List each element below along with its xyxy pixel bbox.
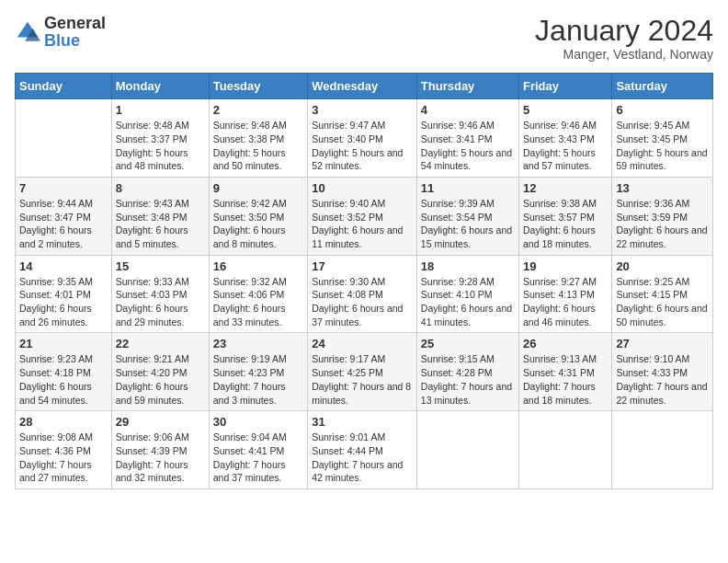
day-number: 26	[523, 337, 608, 350]
day-cell: 14Sunrise: 9:35 AMSunset: 4:01 PMDayligh…	[16, 255, 112, 333]
logo: General Blue	[15, 15, 106, 50]
day-info: Sunrise: 9:17 AMSunset: 4:25 PMDaylight:…	[312, 352, 413, 407]
day-number: 29	[116, 415, 205, 429]
week-row-3: 14Sunrise: 9:35 AMSunset: 4:01 PMDayligh…	[16, 255, 713, 333]
day-number: 18	[421, 259, 515, 273]
day-cell: 26Sunrise: 9:13 AMSunset: 4:31 PMDayligh…	[519, 333, 612, 411]
day-info: Sunrise: 9:32 AMSunset: 4:06 PMDaylight:…	[213, 275, 303, 329]
day-info: Sunrise: 9:21 AMSunset: 4:20 PMDaylight:…	[116, 352, 205, 407]
day-number: 1	[116, 103, 205, 117]
day-info: Sunrise: 9:43 AMSunset: 3:48 PMDaylight:…	[116, 197, 205, 251]
day-cell: 18Sunrise: 9:28 AMSunset: 4:10 PMDayligh…	[416, 255, 518, 333]
logo-blue: Blue	[44, 32, 106, 50]
day-cell: 7Sunrise: 9:44 AMSunset: 3:47 PMDaylight…	[16, 177, 112, 255]
header: General Blue January 2024 Manger, Vestla…	[15, 15, 713, 62]
day-cell: 30Sunrise: 9:04 AMSunset: 4:41 PMDayligh…	[209, 411, 307, 489]
day-number: 30	[213, 415, 303, 429]
day-cell: 28Sunrise: 9:08 AMSunset: 4:36 PMDayligh…	[16, 411, 112, 489]
day-cell	[612, 411, 713, 489]
day-info: Sunrise: 9:01 AMSunset: 4:44 PMDaylight:…	[312, 431, 413, 485]
day-cell: 29Sunrise: 9:06 AMSunset: 4:39 PMDayligh…	[111, 411, 209, 489]
day-cell: 22Sunrise: 9:21 AMSunset: 4:20 PMDayligh…	[111, 333, 209, 411]
day-number: 7	[19, 181, 108, 195]
day-number: 25	[421, 337, 515, 350]
day-number: 19	[523, 259, 608, 273]
day-cell: 27Sunrise: 9:10 AMSunset: 4:33 PMDayligh…	[612, 333, 713, 411]
day-info: Sunrise: 9:35 AMSunset: 4:01 PMDaylight:…	[19, 275, 108, 329]
header-cell-saturday: Saturday	[612, 74, 713, 99]
day-info: Sunrise: 9:48 AMSunset: 3:38 PMDaylight:…	[213, 119, 303, 173]
day-cell: 19Sunrise: 9:27 AMSunset: 4:13 PMDayligh…	[519, 255, 612, 333]
day-info: Sunrise: 9:40 AMSunset: 3:52 PMDaylight:…	[312, 197, 413, 251]
day-info: Sunrise: 9:39 AMSunset: 3:54 PMDaylight:…	[421, 197, 515, 251]
day-info: Sunrise: 9:46 AMSunset: 3:41 PMDaylight:…	[421, 119, 515, 173]
day-cell	[16, 99, 112, 178]
calendar-subtitle: Manger, Vestland, Norway	[535, 47, 713, 62]
day-info: Sunrise: 9:19 AMSunset: 4:23 PMDaylight:…	[213, 352, 303, 407]
week-row-4: 21Sunrise: 9:23 AMSunset: 4:18 PMDayligh…	[16, 333, 713, 411]
title-section: January 2024 Manger, Vestland, Norway	[535, 15, 713, 62]
day-cell: 11Sunrise: 9:39 AMSunset: 3:54 PMDayligh…	[416, 177, 518, 255]
day-cell: 24Sunrise: 9:17 AMSunset: 4:25 PMDayligh…	[308, 333, 417, 411]
week-row-2: 7Sunrise: 9:44 AMSunset: 3:47 PMDaylight…	[16, 177, 713, 255]
day-cell: 9Sunrise: 9:42 AMSunset: 3:50 PMDaylight…	[209, 177, 307, 255]
header-cell-wednesday: Wednesday	[308, 74, 417, 99]
day-number: 3	[312, 103, 413, 117]
day-number: 27	[616, 337, 709, 350]
day-number: 17	[312, 259, 413, 273]
day-info: Sunrise: 9:47 AMSunset: 3:40 PMDaylight:…	[312, 119, 413, 173]
day-cell: 16Sunrise: 9:32 AMSunset: 4:06 PMDayligh…	[209, 255, 307, 333]
day-cell: 13Sunrise: 9:36 AMSunset: 3:59 PMDayligh…	[612, 177, 713, 255]
day-cell	[416, 411, 518, 489]
day-number: 22	[116, 337, 205, 350]
header-cell-friday: Friday	[519, 74, 612, 99]
calendar-table: SundayMondayTuesdayWednesdayThursdayFrid…	[15, 73, 713, 489]
day-number: 28	[19, 415, 108, 429]
week-row-5: 28Sunrise: 9:08 AMSunset: 4:36 PMDayligh…	[16, 411, 713, 489]
day-cell	[519, 411, 612, 489]
day-info: Sunrise: 9:04 AMSunset: 4:41 PMDaylight:…	[213, 431, 303, 485]
day-info: Sunrise: 9:48 AMSunset: 3:37 PMDaylight:…	[116, 119, 205, 173]
day-info: Sunrise: 9:08 AMSunset: 4:36 PMDaylight:…	[19, 431, 108, 485]
day-number: 12	[523, 181, 608, 195]
day-info: Sunrise: 9:27 AMSunset: 4:13 PMDaylight:…	[523, 275, 608, 329]
day-info: Sunrise: 9:33 AMSunset: 4:03 PMDaylight:…	[116, 275, 205, 329]
day-number: 24	[312, 337, 413, 350]
day-info: Sunrise: 9:45 AMSunset: 3:45 PMDaylight:…	[616, 119, 709, 173]
header-cell-monday: Monday	[111, 74, 209, 99]
day-number: 10	[312, 181, 413, 195]
day-info: Sunrise: 9:25 AMSunset: 4:15 PMDaylight:…	[616, 275, 709, 329]
header-cell-tuesday: Tuesday	[209, 74, 307, 99]
day-info: Sunrise: 9:38 AMSunset: 3:57 PMDaylight:…	[523, 197, 608, 251]
day-cell: 6Sunrise: 9:45 AMSunset: 3:45 PMDaylight…	[612, 99, 713, 178]
day-number: 11	[421, 181, 515, 195]
day-cell: 25Sunrise: 9:15 AMSunset: 4:28 PMDayligh…	[416, 333, 518, 411]
day-number: 6	[616, 103, 709, 117]
day-number: 14	[19, 259, 108, 273]
day-cell: 1Sunrise: 9:48 AMSunset: 3:37 PMDaylight…	[111, 99, 209, 178]
day-cell: 5Sunrise: 9:46 AMSunset: 3:43 PMDaylight…	[519, 99, 612, 178]
day-cell: 12Sunrise: 9:38 AMSunset: 3:57 PMDayligh…	[519, 177, 612, 255]
day-cell: 17Sunrise: 9:30 AMSunset: 4:08 PMDayligh…	[308, 255, 417, 333]
day-number: 21	[19, 337, 108, 350]
day-number: 31	[312, 415, 413, 429]
day-info: Sunrise: 9:15 AMSunset: 4:28 PMDaylight:…	[421, 352, 515, 407]
day-cell: 20Sunrise: 9:25 AMSunset: 4:15 PMDayligh…	[612, 255, 713, 333]
day-info: Sunrise: 9:30 AMSunset: 4:08 PMDaylight:…	[312, 275, 413, 329]
day-info: Sunrise: 9:23 AMSunset: 4:18 PMDaylight:…	[19, 352, 108, 407]
day-info: Sunrise: 9:13 AMSunset: 4:31 PMDaylight:…	[523, 352, 608, 407]
day-info: Sunrise: 9:06 AMSunset: 4:39 PMDaylight:…	[116, 431, 205, 485]
day-cell: 10Sunrise: 9:40 AMSunset: 3:52 PMDayligh…	[308, 177, 417, 255]
day-cell: 8Sunrise: 9:43 AMSunset: 3:48 PMDaylight…	[111, 177, 209, 255]
day-cell: 4Sunrise: 9:46 AMSunset: 3:41 PMDaylight…	[416, 99, 518, 178]
day-number: 5	[523, 103, 608, 117]
day-info: Sunrise: 9:44 AMSunset: 3:47 PMDaylight:…	[19, 197, 108, 251]
logo-general: General	[44, 15, 106, 32]
day-cell: 21Sunrise: 9:23 AMSunset: 4:18 PMDayligh…	[16, 333, 112, 411]
day-number: 4	[421, 103, 515, 117]
day-number: 2	[213, 103, 303, 117]
day-number: 13	[616, 181, 709, 195]
day-info: Sunrise: 9:36 AMSunset: 3:59 PMDaylight:…	[616, 197, 709, 251]
header-cell-thursday: Thursday	[416, 74, 518, 99]
day-info: Sunrise: 9:28 AMSunset: 4:10 PMDaylight:…	[421, 275, 515, 329]
